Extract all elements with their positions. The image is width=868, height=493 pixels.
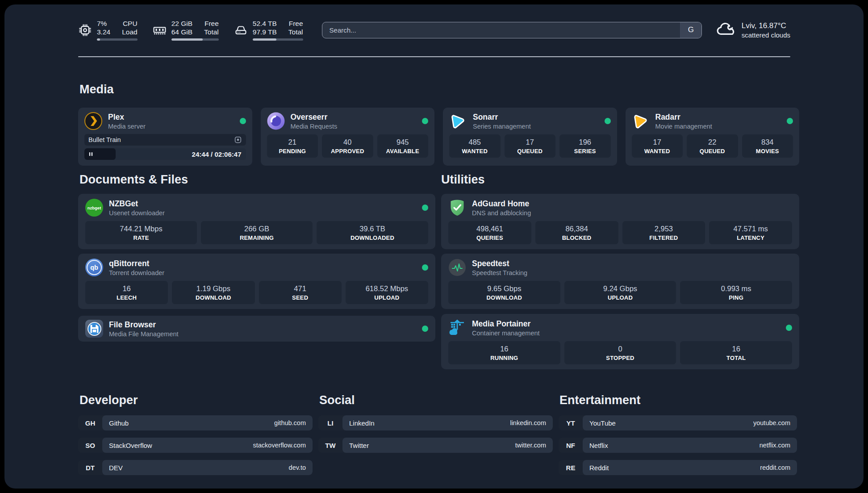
stat-box: 22QUEUED <box>687 134 738 158</box>
stat-value: 9.65 Gbps <box>487 284 521 293</box>
bookmark-abbr: LI <box>318 415 342 430</box>
stat-label: WANTED <box>462 148 488 155</box>
bookmark-url: linkedin.com <box>510 419 546 426</box>
media-session-time: 24:44 / 02:06:47 <box>192 148 242 160</box>
app-card-sonarr[interactable]: SonarrSeries management485WANTED17QUEUED… <box>443 108 617 166</box>
app-title: Sonarr <box>473 113 531 122</box>
stat-value: 485 <box>468 138 481 146</box>
stat-value: 2,953 <box>655 225 673 233</box>
bookmark-abbr: RE <box>559 460 583 475</box>
system-stats: 7%3.24CPULoad22 GiB64 GiBFreeTotal52.4 T… <box>78 19 303 41</box>
stat-value: 9.24 Gbps <box>603 284 637 293</box>
bookmark-stackoverflow[interactable]: SOStackOverflowstackoverflow.com <box>78 438 313 453</box>
section-title-utilities: Utilities <box>441 173 485 187</box>
sys-stat-label: Free <box>204 19 219 28</box>
app-card-file-browser[interactable]: File BrowserMedia File Management <box>78 316 435 342</box>
weather-text: Lviv, 16.87°C scattered clouds <box>742 21 790 39</box>
weather-location-temp: Lviv, 16.87°C <box>742 21 790 30</box>
app-subtitle: Media File Management <box>109 330 179 338</box>
app-title: Overseerr <box>291 113 338 122</box>
stat-box: 40APPROVED <box>322 134 373 158</box>
app-card-radarr[interactable]: RadarrMovie management17WANTED22QUEUED83… <box>626 108 800 166</box>
links-entertainment: YTYouTubeyoutube.comNFNetflixnetflix.com… <box>559 415 797 475</box>
stat-box: 834MOVIES <box>742 134 793 158</box>
bookmark-name: DEV <box>109 464 123 472</box>
usage-bar <box>97 38 138 41</box>
media-session-row: Bullet Train <box>84 134 246 146</box>
bookmark-name: Reddit <box>589 464 609 472</box>
stat-value: 17 <box>526 138 534 146</box>
media-session-title: Bullet Train <box>88 136 121 143</box>
stat-label: DOWNLOAD <box>487 294 522 301</box>
sys-stat-value: 22 GiB <box>171 19 192 28</box>
stat-box: 945AVAILABLE <box>377 134 429 158</box>
bookmark-twitter[interactable]: TWTwittertwitter.com <box>318 438 553 453</box>
stat-label: RATE <box>133 234 149 241</box>
stat-value: 266 GB <box>244 225 269 233</box>
header-divider <box>78 56 790 57</box>
stat-value: 16 <box>500 345 508 353</box>
search-input[interactable] <box>322 22 680 38</box>
overseerr-icon <box>267 112 285 130</box>
app-card-media-portainer[interactable]: Media PortainerContainer management16RUN… <box>441 314 799 369</box>
stat-box: 498,461QUERIES <box>448 221 531 244</box>
stat-value: 16 <box>122 284 130 293</box>
qbittorrent-icon: qb <box>85 259 103 276</box>
stat-box: 47.571 msLATENCY <box>709 221 792 244</box>
sys-stat-value: 3.24 <box>97 28 110 36</box>
pause-button[interactable] <box>88 151 93 157</box>
status-online-dot <box>422 118 428 124</box>
sys-stat-value: 7% <box>97 19 110 28</box>
status-online-dot <box>605 118 611 124</box>
cast-icon <box>234 136 242 144</box>
app-card-qbittorrent[interactable]: qbqBittorrentTorrent downloader16LEECH1.… <box>78 254 435 309</box>
status-online-dot <box>240 118 246 124</box>
app-card-plex[interactable]: PlexMedia serverBullet Train24:44 / 02:0… <box>78 108 252 166</box>
app-stats: 485WANTED17QUEUED196SERIES <box>449 134 611 158</box>
app-subtitle: DNS and adblocking <box>472 209 531 217</box>
app-title: qBittorrent <box>109 259 164 268</box>
stat-box: 21PENDING <box>267 134 318 158</box>
bookmark-dev[interactable]: DTDEVdev.to <box>78 460 313 475</box>
app-card-nzbget[interactable]: nzbgetNZBGetUsenet downloader744.21 Mbps… <box>78 194 435 249</box>
stat-label: SEED <box>292 294 308 301</box>
bookmark-abbr: GH <box>78 415 102 430</box>
stat-label: DOWNLOADED <box>351 234 394 241</box>
stat-box: 9.24 GbpsUPLOAD <box>564 281 676 304</box>
stat-box: 1.19 GbpsDOWNLOAD <box>172 281 255 304</box>
stat-value: 21 <box>288 138 296 146</box>
radarr-icon <box>632 112 650 130</box>
section-title-developer: Developer <box>79 394 138 407</box>
app-card-speedtest[interactable]: SpeedtestSpeedtest Tracking9.65 GbpsDOWN… <box>441 254 799 309</box>
bookmark-github[interactable]: GHGithubgithub.com <box>78 415 313 430</box>
portainer-icon <box>448 319 466 337</box>
header: 7%3.24CPULoad22 GiB64 GiBFreeTotal52.4 T… <box>78 17 790 43</box>
weather-widget[interactable]: Lviv, 16.87°C scattered clouds <box>715 21 790 39</box>
stat-label: LATENCY <box>737 234 764 241</box>
app-card-adguard-home[interactable]: AdGuard HomeDNS and adblocking498,461QUE… <box>441 194 799 249</box>
nzbget-icon: nzbget <box>85 199 103 217</box>
app-card-overseerr[interactable]: OverseerrMedia Requests21PENDING40APPROV… <box>261 108 435 166</box>
links-developer: GHGithubgithub.comSOStackOverflowstackov… <box>78 415 313 475</box>
bookmark-linkedin[interactable]: LILinkedInlinkedin.com <box>318 415 553 430</box>
stat-value: 47.571 ms <box>734 225 768 233</box>
adguard-shield-icon <box>448 199 466 217</box>
bookmark-abbr: NF <box>559 438 583 453</box>
sys-stat-label: Load <box>122 28 137 36</box>
stat-value: 0.993 ms <box>721 284 751 293</box>
stat-value: 86,384 <box>565 225 588 233</box>
stat-label: QUEUED <box>517 148 542 155</box>
bookmark-reddit[interactable]: RERedditreddit.com <box>559 460 797 475</box>
search-engine-button[interactable]: G <box>680 22 701 38</box>
bookmark-netflix[interactable]: NFNetflixnetflix.com <box>559 438 797 453</box>
bookmark-youtube[interactable]: YTYouTubeyoutube.com <box>559 415 797 430</box>
system-stat-disk: 52.4 TB97.9 TBFreeTotal <box>234 19 303 41</box>
status-online-dot <box>787 118 793 124</box>
usage-bar <box>253 38 303 41</box>
media-cards-row: PlexMedia serverBullet Train24:44 / 02:0… <box>78 108 799 166</box>
bookmark-abbr: SO <box>78 438 102 453</box>
bookmark-url: github.com <box>274 419 306 426</box>
status-online-dot <box>786 325 792 331</box>
app-subtitle: Media server <box>108 123 146 130</box>
bookmark-name: Github <box>109 419 129 427</box>
